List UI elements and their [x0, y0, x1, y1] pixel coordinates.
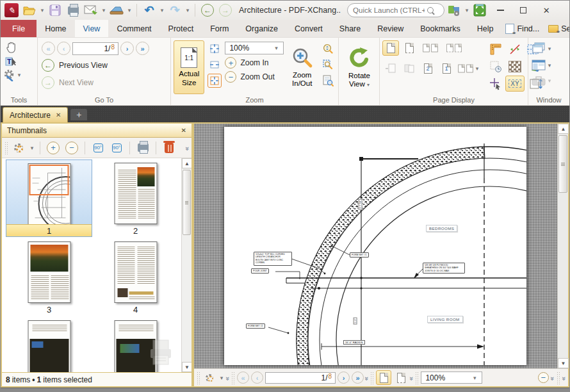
- cover-mode-button[interactable]: [401, 61, 418, 76]
- enlarge-thumbnails-button[interactable]: +: [45, 140, 61, 156]
- zoom-out-button[interactable]: −Zoom Out: [225, 71, 284, 83]
- show-cursor-coords-button[interactable]: [489, 77, 503, 91]
- tab-protect[interactable]: Protect: [160, 20, 202, 37]
- previous-view-button[interactable]: ← Previous View: [42, 59, 168, 72]
- scroll-up-button[interactable]: ▲: [182, 158, 191, 168]
- rulers-button[interactable]: [489, 42, 503, 56]
- window-resize-edge[interactable]: [1, 388, 569, 392]
- xy-coordinates-button[interactable]: XY: [505, 76, 525, 92]
- doc-scroll-up-button[interactable]: ▲: [558, 124, 569, 134]
- hand-tool-button[interactable]: [3, 40, 19, 54]
- forward-view-button[interactable]: →: [217, 3, 234, 18]
- maximize-button[interactable]: [512, 3, 534, 18]
- current-view-rectangle[interactable]: [29, 165, 69, 195]
- select-text-tool-button[interactable]: T: [3, 54, 19, 69]
- rotate-view-button[interactable]: RotateView ▾: [341, 40, 377, 94]
- tools-menu-button[interactable]: ▾: [3, 69, 35, 81]
- zoom-inout-button[interactable]: ZoomIn/Out: [287, 40, 317, 94]
- actual-size-button[interactable]: 1:1 ActualSize: [174, 40, 204, 94]
- tab-help[interactable]: Help: [469, 20, 502, 37]
- thumbnail-page-2[interactable]: 2: [92, 159, 179, 237]
- quick-launch-box[interactable]: [347, 3, 444, 17]
- find-button[interactable]: Find...: [501, 22, 543, 35]
- fullscreen-button[interactable]: [471, 3, 488, 18]
- rotate-ccw-button[interactable]: 90°: [90, 140, 106, 156]
- thumbnail-page-1[interactable]: 1: [6, 159, 92, 237]
- ui-options-caret[interactable]: ▾: [464, 7, 470, 13]
- thumbnail-page-5[interactable]: 5: [6, 317, 92, 372]
- close-document-icon[interactable]: ✕: [56, 111, 61, 118]
- doc-scrollbar-thumb[interactable]: [558, 135, 567, 193]
- facing-pages-button[interactable]: ▾: [457, 61, 481, 76]
- close-button[interactable]: ✕: [535, 3, 557, 18]
- shrink-thumbnails-button[interactable]: −: [63, 140, 80, 156]
- toolbar-grip[interactable]: [4, 142, 8, 154]
- redo-button[interactable]: ↷: [167, 3, 183, 18]
- tab-review[interactable]: Review: [369, 20, 412, 37]
- next-page-button[interactable]: ›: [338, 372, 350, 384]
- marquee-zoom-button[interactable]: [320, 58, 336, 72]
- page-number-field[interactable]: 1/8: [265, 372, 336, 384]
- first-page-button[interactable]: «: [237, 372, 249, 384]
- page-number-field[interactable]: 1/8: [72, 42, 118, 55]
- toolbar-grip[interactable]: [197, 372, 200, 384]
- more-button[interactable]: »: [363, 376, 371, 379]
- thumbnails-scrollbar[interactable]: ▲ ▼: [181, 158, 191, 372]
- tab-file[interactable]: File: [1, 20, 37, 37]
- more-button[interactable]: »: [560, 376, 568, 379]
- pan-zoom-button[interactable]: [320, 74, 336, 88]
- zoom-out-button[interactable]: −: [538, 372, 549, 383]
- new-document-tab-button[interactable]: +: [70, 109, 87, 120]
- more-button[interactable]: »: [408, 376, 416, 379]
- undo-caret[interactable]: ▾: [159, 7, 165, 13]
- scrollbar-thumb[interactable]: [183, 170, 191, 235]
- more-button[interactable]: »: [224, 376, 232, 379]
- windows-tile-button[interactable]: ▾: [531, 59, 567, 72]
- snap-button[interactable]: [489, 60, 503, 74]
- thumbnail-page-4[interactable]: 4: [92, 238, 179, 316]
- search-button[interactable]: Search...: [544, 23, 570, 35]
- ui-options-button[interactable]: [446, 3, 462, 18]
- save-button[interactable]: [47, 3, 63, 18]
- two-pages-continuous-button[interactable]: [443, 40, 465, 56]
- email-caret[interactable]: ▾: [101, 7, 107, 13]
- delete-pages-button[interactable]: [161, 140, 177, 156]
- last-page-button[interactable]: »: [136, 42, 149, 55]
- next-view-button[interactable]: → Next View: [42, 76, 168, 89]
- minimize-button[interactable]: [489, 3, 511, 18]
- zoom-level-combobox[interactable]: 100%▾: [225, 42, 284, 54]
- scan-button[interactable]: [108, 3, 125, 18]
- zoom-level-combobox[interactable]: 100%▾: [421, 372, 482, 384]
- two-pages-button[interactable]: [419, 40, 441, 56]
- print-button[interactable]: [65, 3, 81, 18]
- toolbox-button[interactable]: ▾: [531, 75, 567, 86]
- tab-comment[interactable]: Comment: [108, 20, 159, 37]
- zoom-in-button[interactable]: +Zoom In: [225, 57, 284, 69]
- open-caret[interactable]: ▾: [39, 7, 45, 13]
- doc-scroll-down-button[interactable]: ▼: [558, 358, 569, 368]
- tab-organize[interactable]: Organize: [237, 20, 286, 37]
- previous-page-button[interactable]: ‹: [251, 372, 263, 384]
- pdf-page[interactable]: 1/2x4x1' TOP SILL CURVED LENGTH C/W ANCH…: [224, 127, 526, 365]
- last-page-button[interactable]: »: [352, 372, 364, 384]
- redo-caret[interactable]: ▾: [184, 7, 191, 13]
- tab-convert[interactable]: Convert: [286, 20, 331, 37]
- next-page-button[interactable]: ›: [120, 42, 134, 55]
- document-canvas[interactable]: 1/2x4x1' TOP SILL CURVED LENGTH C/W ANCH…: [194, 124, 557, 368]
- toolbar-grip[interactable]: [370, 372, 374, 384]
- tab-bookmarks[interactable]: Bookmarks: [412, 20, 469, 37]
- thumbnail-page-3[interactable]: 3: [6, 238, 92, 316]
- undo-button[interactable]: ↶: [141, 3, 158, 18]
- quick-launch-input[interactable]: [353, 6, 425, 14]
- windows-cascade-button[interactable]: ▾: [531, 42, 567, 56]
- measure-button[interactable]: [508, 42, 522, 56]
- fit-width-button[interactable]: [208, 58, 222, 72]
- single-page-button[interactable]: [382, 40, 399, 56]
- back-view-button[interactable]: ←: [199, 3, 216, 18]
- thumbnails-options-button[interactable]: [10, 140, 27, 156]
- fit-page-button[interactable]: [208, 42, 222, 56]
- transparency-grid-button[interactable]: [508, 60, 522, 73]
- tab-share[interactable]: Share: [331, 20, 369, 37]
- rotate-cw-button[interactable]: 90°: [108, 140, 125, 156]
- first-page-view-button[interactable]: 1: [438, 61, 455, 76]
